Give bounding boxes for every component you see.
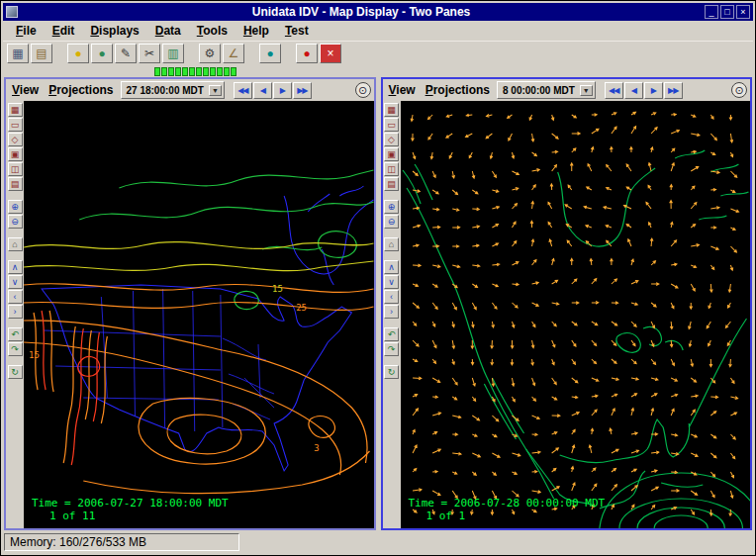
step-back-button[interactable]: ◀: [624, 82, 643, 99]
progress-segment: [217, 67, 223, 76]
edit-button[interactable]: ✎: [115, 44, 137, 63]
zoom-box-button[interactable]: ▭: [384, 118, 399, 132]
record-icon: ●: [297, 46, 317, 62]
animation-properties-button[interactable]: ⊙: [355, 82, 371, 98]
contour-label: 3: [314, 443, 319, 453]
maximize-button[interactable]: □: [720, 5, 734, 19]
display-list-button[interactable]: ▤: [8, 177, 23, 191]
menubar: FileEditDisplaysDataToolsHelpTest: [3, 21, 753, 42]
rotate-button[interactable]: ◇: [8, 133, 23, 146]
close-button[interactable]: ×: [736, 5, 750, 19]
progress-segment: [161, 67, 167, 76]
chart-icon: ▥: [163, 46, 183, 62]
undo-view-button[interactable]: ↶: [8, 327, 23, 341]
first-frame-button[interactable]: ◀◀: [605, 82, 623, 99]
step-back-button[interactable]: ◀: [253, 82, 272, 99]
arrow-up-icon: ∧: [388, 262, 395, 272]
open-bundle-button[interactable]: ▤: [31, 44, 52, 63]
zoom-out-button[interactable]: ⊖: [384, 215, 399, 229]
tip-button[interactable]: ●: [67, 44, 89, 63]
close-display-button[interactable]: ×: [320, 44, 341, 63]
redo-view-button[interactable]: ↷: [384, 342, 399, 356]
progress-segment: [175, 67, 181, 76]
record-button[interactable]: ●: [296, 44, 318, 63]
skip-to-start-icon: ◀◀: [609, 86, 618, 95]
display-list-button[interactable]: ▤: [384, 177, 399, 191]
reset-view-button[interactable]: ↻: [8, 365, 23, 379]
perspective-button[interactable]: ▣: [384, 147, 399, 161]
menu-tools[interactable]: Tools: [189, 22, 236, 40]
pan-right-button[interactable]: ›: [384, 305, 399, 319]
zoom-out-button[interactable]: ⊖: [8, 215, 23, 229]
lightbulb-icon: ●: [68, 46, 88, 62]
view-menu[interactable]: View: [386, 83, 419, 97]
undo-icon: ↶: [11, 329, 19, 339]
step-forward-icon: ▶: [280, 86, 285, 95]
step-forward-button[interactable]: ▶: [644, 82, 663, 99]
show-dashboard-button[interactable]: ▦: [7, 44, 29, 63]
map-pane-right: View Projections 8 00:00:00 MDT ▼ ◀◀◀▶▶▶…: [381, 77, 753, 530]
vertical-scale-button[interactable]: ◫: [384, 162, 399, 176]
redo-view-button[interactable]: ↷: [8, 342, 23, 356]
pan-down-button[interactable]: ∨: [8, 275, 23, 289]
pan-left-button[interactable]: ‹: [8, 290, 23, 304]
zoom-box-icon: ▭: [11, 120, 20, 130]
redo-icon: ↷: [11, 344, 19, 354]
pan-up-button[interactable]: ∧: [8, 260, 23, 274]
pan-down-button[interactable]: ∨: [384, 275, 399, 289]
undo-view-button[interactable]: ↶: [384, 327, 399, 341]
pan-up-button[interactable]: ∧: [384, 260, 399, 274]
time-select-combobox[interactable]: 27 18:00:00 MDT ▼: [121, 81, 225, 99]
vertical-scale-button[interactable]: ◫: [8, 162, 23, 176]
titlebar[interactable]: Unidata IDV - Map Display - Two Panes _□…: [3, 3, 753, 21]
animation-properties-button[interactable]: ⊙: [731, 82, 747, 98]
zoom-box-button[interactable]: ▭: [8, 118, 23, 132]
progress-segment: [182, 67, 188, 76]
projections-menu[interactable]: Projections: [423, 83, 493, 97]
menu-data[interactable]: Data: [147, 22, 189, 40]
memory-indicator: Memory: 160/276/533 MB: [4, 533, 239, 551]
perspective-button[interactable]: ▣: [8, 147, 23, 161]
pane-right-header: View Projections 8 00:00:00 MDT ▼ ◀◀◀▶▶▶…: [383, 79, 751, 101]
menu-help[interactable]: Help: [236, 22, 277, 40]
cut-button[interactable]: ✂: [139, 44, 160, 63]
measure-button[interactable]: ∠: [223, 44, 244, 63]
tools-button[interactable]: ⚙: [199, 44, 221, 63]
pan-button[interactable]: ▦: [8, 103, 23, 117]
step-forward-button[interactable]: ▶: [273, 82, 292, 99]
view-menu[interactable]: View: [9, 83, 42, 97]
resume-loads-button[interactable]: ●: [91, 44, 113, 63]
zoom-out-icon: ⊖: [11, 217, 19, 227]
first-frame-button[interactable]: ◀◀: [234, 82, 252, 99]
arrow-up-icon: ∧: [12, 262, 19, 272]
window-title: Unidata IDV - Map Display - Two Panes: [21, 3, 702, 21]
contour-map-canvas[interactable]: 1515253 Time = 2006-07-27 18:00:00 MDT 1…: [24, 101, 374, 528]
scale-icon: ◫: [11, 164, 20, 174]
last-frame-button[interactable]: ▶▶: [664, 82, 683, 99]
menu-displays[interactable]: Displays: [82, 22, 146, 40]
window-controls: _□×: [705, 5, 750, 19]
zoom-in-button[interactable]: ⊕: [384, 200, 399, 214]
vector-map-canvas[interactable]: Time = 2006-07-28 00:00:00 MDT 1 of 1: [401, 101, 751, 528]
menu-file[interactable]: File: [8, 22, 45, 40]
rotate-button[interactable]: ◇: [384, 133, 399, 146]
last-frame-button[interactable]: ▶▶: [293, 82, 312, 99]
minimize-button[interactable]: _: [705, 5, 718, 19]
menu-edit[interactable]: Edit: [45, 22, 83, 40]
zoom-box-icon: ▭: [387, 120, 396, 130]
globe-button[interactable]: ●: [259, 44, 281, 63]
pan-button[interactable]: ▦: [384, 103, 399, 117]
minimize-icon: _: [709, 7, 713, 17]
home-view-button[interactable]: ⌂: [8, 237, 23, 251]
pan-left-button[interactable]: ‹: [384, 290, 399, 304]
globe-icon: ●: [260, 46, 280, 62]
projections-menu[interactable]: Projections: [46, 83, 116, 97]
menu-test[interactable]: Test: [277, 22, 317, 40]
reset-view-button[interactable]: ↻: [384, 365, 399, 379]
arrow-left-icon: ‹: [390, 292, 393, 302]
pan-right-button[interactable]: ›: [8, 305, 23, 319]
field-selector-button[interactable]: ▥: [162, 44, 184, 63]
zoom-in-button[interactable]: ⊕: [8, 200, 23, 214]
time-select-combobox[interactable]: 8 00:00:00 MDT ▼: [497, 81, 596, 99]
home-view-button[interactable]: ⌂: [384, 237, 399, 251]
